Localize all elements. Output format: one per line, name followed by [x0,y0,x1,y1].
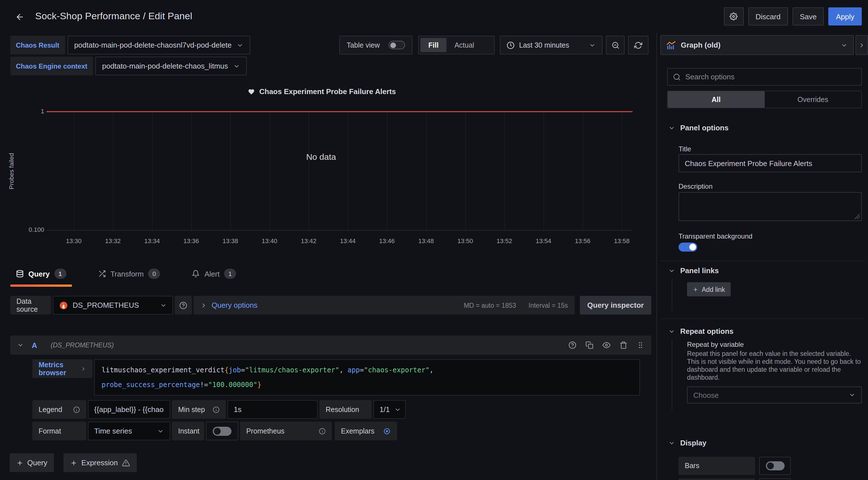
drag-handle-icon[interactable] [637,341,645,349]
section-display[interactable]: Display [668,439,707,447]
resolution-value: 1/1 [379,405,390,414]
chevron-down-icon [160,302,167,309]
y-tick-label: 0.100 [15,226,44,233]
add-query-button[interactable]: Query [10,453,54,472]
query-inspector-button[interactable]: Query inspector [580,296,651,314]
apply-button[interactable]: Apply [829,7,862,26]
query-options-summary: MD = auto = 1853 Interval = 15s [464,302,568,309]
legend-input-field[interactable] [94,405,164,414]
discard-button[interactable]: Discard [748,7,788,26]
fill-option[interactable]: Fill [421,38,446,52]
variable-value-dropdown[interactable]: podtato-main-pod-delete-chaos_litmus [95,57,247,75]
time-range-picker[interactable]: Last 30 minutes [500,36,602,55]
legend-input[interactable] [88,400,170,419]
panel-description-textarea[interactable] [679,192,862,221]
promql-token: "litmus/chaos-exporter" [245,366,339,374]
panel-preview-chart: Chaos Experiment Probe Failure Alerts Pr… [0,79,651,258]
variable-value-dropdown[interactable]: podtato-main-pod-delete-chaosnl7vd-pod-d… [67,36,250,55]
zoom-out-button[interactable] [606,36,625,55]
variable-chaos-engine-context: Chaos Engine context podtato-main-pod-de… [10,57,247,75]
panel-title-input-field[interactable] [685,159,856,168]
search-icon [673,73,681,81]
back-button[interactable] [12,10,27,24]
instant-toggle[interactable] [213,426,231,436]
filter-tab-overrides[interactable]: Overrides [765,91,861,108]
dashboard-variables: Chaos Result podtato-main-pod-delete-cha… [10,36,250,75]
add-expression-button[interactable]: Expression [64,453,137,472]
actual-option[interactable]: Actual [446,38,482,52]
angle-right-icon [858,42,865,48]
gridline [230,112,231,230]
x-tick-label: 13:30 [66,237,82,244]
table-view-toggle[interactable] [389,41,405,49]
add-link-button[interactable]: Add link [687,282,731,297]
visualization-picker[interactable]: Graph (old) [660,35,854,55]
promql-token: , [430,366,433,374]
chevron-down-icon [589,42,596,48]
top-actions: Discard Save Apply [724,7,862,26]
datasource-picker[interactable]: DS_PROMETHEUS [53,296,173,314]
tab-query[interactable]: Query 1 [10,266,72,287]
query-row-header[interactable]: A (DS_PROMETHEUS) [10,336,651,355]
eye-icon[interactable] [602,341,611,349]
bars-toggle-container [759,457,791,475]
max-data-points: MD = auto = 1853 [464,302,516,309]
options-search-input[interactable] [685,72,856,81]
gridline [270,112,270,230]
tab-transform[interactable]: Transform 0 [92,266,166,287]
metrics-browser-button[interactable]: Metrics browser [32,359,92,378]
gridline [426,112,427,230]
resize-corner-icon[interactable] [855,214,860,219]
gridline [191,112,192,230]
zoom-out-icon [611,41,619,49]
datasource-help-button[interactable] [175,296,192,314]
info-circle-icon[interactable] [319,427,326,434]
section-guide-line [672,339,672,410]
x-tick-label: 13:32 [105,237,121,244]
angle-right-icon [81,366,86,372]
datasource-row: Data source DS_PROMETHEUS Query options … [0,296,651,315]
section-panel-links[interactable]: Panel links [668,266,719,275]
chevron-down-icon [668,328,675,335]
transparent-background-toggle[interactable] [679,243,697,252]
promql-token: , [339,366,347,374]
tab-alert[interactable]: Alert 1 [186,266,242,287]
title-field-label: Title [679,145,691,153]
panel-title-input[interactable] [679,154,862,172]
divider [660,261,865,261]
query-options-bar: Query options MD = auto = 1853 Interval … [193,296,575,314]
interval: Interval = 15s [528,302,568,309]
section-panel-options[interactable]: Panel options [668,124,728,132]
format-select[interactable]: Time series [88,422,170,440]
metrics-browser-label: Metrics browser [38,361,78,377]
chevron-down-icon [841,42,847,48]
promql-token: job [229,366,241,374]
min-step-input[interactable] [227,400,318,419]
trash-icon[interactable] [620,341,627,349]
chevron-down-icon[interactable] [17,342,24,348]
info-circle-icon[interactable] [213,406,220,413]
help-circle-icon[interactable] [568,341,577,349]
tab-count-badge: 1 [224,269,236,279]
info-circle-icon[interactable] [73,406,80,413]
chevron-down-icon [394,406,401,413]
refresh-button[interactable] [628,36,648,55]
query-row-actions [568,341,645,349]
min-step-input-field[interactable] [234,405,311,414]
section-repeat-options[interactable]: Repeat options [668,327,734,336]
plot-area[interactable] [46,112,632,230]
bars-toggle[interactable] [766,461,784,470]
promql-editor[interactable]: litmuschaos_experiment_verdict{job="litm… [94,359,640,396]
copy-icon[interactable] [586,341,593,349]
resolution-select[interactable]: 1/1 [373,400,406,419]
repeat-variable-select[interactable]: Choose [687,386,862,404]
save-button[interactable]: Save [793,7,824,26]
x-tick-label: 13:56 [575,237,590,244]
panel-settings-button[interactable] [724,7,744,26]
collapse-options-pane-button[interactable] [856,35,868,55]
query-options-link[interactable]: Query options [212,301,257,309]
options-search[interactable] [667,68,862,85]
filter-tab-all[interactable]: All [668,91,765,108]
datasource-label: Data source [10,296,51,314]
exemplar-target-icon[interactable] [383,427,391,435]
